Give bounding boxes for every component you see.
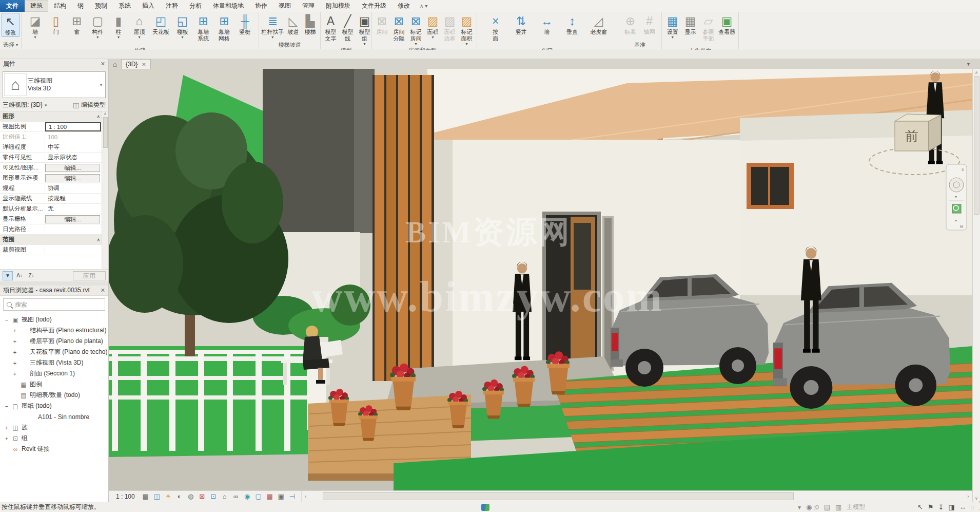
- opening-by-face-button[interactable]: × 按 面: [487, 13, 504, 47]
- detail-level-icon[interactable]: ▦: [140, 492, 151, 500]
- tree-item[interactable]: + ◫ 族: [0, 422, 108, 433]
- tree-expander-icon[interactable]: +: [4, 435, 9, 442]
- level-button[interactable]: ⊕ 标高: [621, 13, 639, 40]
- ribbon-tab[interactable]: 体量和场地: [207, 0, 249, 12]
- tag-room-button[interactable]: ⊠ 标记 房间 ▾: [407, 13, 424, 47]
- model-line-button[interactable]: ╱ 模型 线: [339, 13, 356, 47]
- ribbon-tab[interactable]: 附加模块: [320, 0, 356, 12]
- ribbon-tab[interactable]: 注释: [160, 0, 184, 12]
- property-value[interactable]: 中等: [45, 143, 101, 151]
- ribbon-tab[interactable]: 分析: [184, 0, 207, 12]
- area-button[interactable]: ▨ 面积 ▾: [424, 13, 441, 40]
- property-row[interactable]: 默认分析显示... 无: [0, 204, 108, 214]
- area-boundary-button[interactable]: ▨ 面积 边界: [441, 13, 458, 47]
- property-row[interactable]: 显示栅格 编辑...: [0, 214, 108, 224]
- room-separator-button[interactable]: ⊠ 房间 分隔: [390, 13, 407, 47]
- ribbon-tab[interactable]: 插入: [136, 0, 160, 12]
- temp-view-properties-icon[interactable]: ▢: [253, 492, 264, 500]
- tree-item[interactable]: ▤ 明细表/数量 (todo): [0, 390, 108, 401]
- property-row[interactable]: 范围 ∧: [0, 235, 108, 245]
- tree-expander-icon[interactable]: −: [4, 403, 9, 409]
- sun-path-icon[interactable]: ☀: [163, 492, 174, 500]
- scroll-up-icon[interactable]: ∧: [104, 111, 107, 116]
- close-icon[interactable]: ✕: [101, 61, 105, 67]
- property-row[interactable]: 零件可见性 显示原状态: [0, 153, 108, 163]
- room-button[interactable]: ⊠ 房间: [374, 13, 390, 40]
- show-constraints-icon[interactable]: ⊣: [287, 492, 298, 500]
- view-tab-3d[interactable]: {3D} ✕: [121, 59, 151, 69]
- ribbon-tab[interactable]: 管理: [297, 0, 320, 12]
- property-row[interactable]: 图形 ∧: [0, 111, 108, 122]
- wall-opening-button[interactable]: ↔ 墙: [538, 13, 555, 40]
- editable-requests[interactable]: ◉ :0: [806, 503, 819, 511]
- tree-item[interactable]: − ▣ 视图 (todo): [0, 314, 108, 325]
- home-view-icon[interactable]: ⌂: [109, 59, 121, 69]
- tree-item[interactable]: + 楼层平面 (Plano de planta): [0, 336, 108, 347]
- select-pinned-elements-icon[interactable]: ↧: [938, 503, 944, 511]
- property-row[interactable]: 视图比例 1 : 100: [0, 122, 108, 132]
- crop-view-icon[interactable]: ⊠: [197, 492, 208, 500]
- visual-style-icon[interactable]: ◫: [151, 492, 163, 500]
- property-row[interactable]: 比例值 1: 100: [0, 132, 108, 142]
- render-dialog-icon[interactable]: ◍: [185, 492, 197, 500]
- browser-search-input[interactable]: 搜索: [3, 298, 105, 311]
- worksharing-icon[interactable]: [481, 504, 489, 511]
- palette-splitter[interactable]: [0, 281, 109, 286]
- tree-item[interactable]: − ▢ 图纸 (todo): [0, 401, 108, 411]
- tree-expander-icon[interactable]: +: [12, 360, 17, 366]
- tree-item[interactable]: + 剖面 (Sección 1): [0, 368, 108, 379]
- tree-expander-icon[interactable]: +: [12, 371, 17, 377]
- property-value[interactable]: 100: [45, 134, 101, 140]
- property-value[interactable]: 协调: [45, 184, 101, 192]
- ceiling-button[interactable]: ◰ 天花板: [151, 13, 170, 40]
- ribbon-tab[interactable]: 钢: [72, 0, 89, 12]
- edit-type-button[interactable]: ◫ 编辑类型: [73, 101, 106, 109]
- active-design-option[interactable]: 主模型: [847, 503, 865, 511]
- tree-item[interactable]: ▦ 图例: [0, 379, 108, 390]
- property-value[interactable]: 按规程: [45, 195, 101, 202]
- sort-descending-icon[interactable]: Z↓: [26, 271, 36, 280]
- tag-area-button[interactable]: ▨ 标记 面积 ▾: [458, 13, 475, 47]
- view-scale-button[interactable]: 1 : 100: [109, 493, 140, 500]
- file-menu-button[interactable]: 文件: [0, 0, 25, 12]
- reveal-hidden-icon[interactable]: ◉: [242, 492, 253, 500]
- chevron-down-icon[interactable]: ▾: [97, 82, 105, 87]
- tree-expander-icon[interactable]: +: [12, 328, 17, 334]
- property-row[interactable]: 日光路径: [0, 224, 108, 235]
- curtain-system-button[interactable]: ⊞ 幕墙 系统: [194, 13, 212, 47]
- mullion-button[interactable]: ╫ 竖梃: [236, 13, 253, 40]
- property-value[interactable]: 编辑...: [45, 174, 100, 182]
- shaft-button[interactable]: ⇅ 竖井: [513, 13, 530, 40]
- properties-filter-icon[interactable]: ▼: [3, 271, 13, 280]
- ribbon-collapse-button[interactable]: ∧ ▾: [416, 0, 432, 12]
- tree-item[interactable]: ∞ Revit 链接: [0, 444, 108, 454]
- property-row[interactable]: 规程 协调: [0, 183, 108, 194]
- close-icon[interactable]: ✕: [101, 287, 105, 294]
- vertical-scrollbar[interactable]: ∧ ∨: [972, 69, 980, 502]
- property-value[interactable]: 无: [45, 205, 101, 213]
- tree-expander-icon[interactable]: −: [4, 317, 9, 323]
- scroll-left-icon[interactable]: ‹: [302, 494, 310, 499]
- properties-scrollbar[interactable]: ∧: [102, 111, 108, 269]
- tree-item[interactable]: + 天花板平面 (Plano de techo): [0, 347, 108, 357]
- ribbon-tab[interactable]: 协作: [249, 0, 273, 12]
- close-icon[interactable]: ✕: [142, 62, 146, 67]
- model-group-button[interactable]: ▣ 模型 组 ▾: [356, 13, 373, 47]
- property-row[interactable]: 裁剪视图: [0, 245, 108, 255]
- property-value[interactable]: 编辑...: [45, 164, 100, 172]
- displacement-sets-icon[interactable]: ▣: [276, 492, 287, 500]
- ribbon-tab[interactable]: 预制: [89, 0, 113, 12]
- door-button[interactable]: ▯ 门: [47, 13, 65, 40]
- temp-hide-isolate-icon[interactable]: ∞: [230, 492, 242, 500]
- apply-button[interactable]: 应用: [73, 271, 106, 280]
- ribbon-tab[interactable]: 系统: [113, 0, 136, 12]
- property-row[interactable]: 图形显示选项 编辑...: [0, 173, 108, 183]
- component-button[interactable]: ▢ 构件 ▾: [89, 13, 106, 40]
- curtain-grid-button[interactable]: ⊞ 幕墙 网格: [215, 13, 233, 47]
- select-underlay-elements-icon[interactable]: ⚑: [928, 503, 934, 511]
- ribbon-tab[interactable]: 结构: [48, 0, 72, 12]
- property-value[interactable]: 1 : 100: [45, 122, 101, 131]
- tree-expander-icon[interactable]: +: [4, 425, 9, 431]
- type-selector[interactable]: ⌂ 三维视图 Vista 3D ▾: [3, 71, 106, 98]
- scrollbar-thumb[interactable]: [323, 492, 794, 500]
